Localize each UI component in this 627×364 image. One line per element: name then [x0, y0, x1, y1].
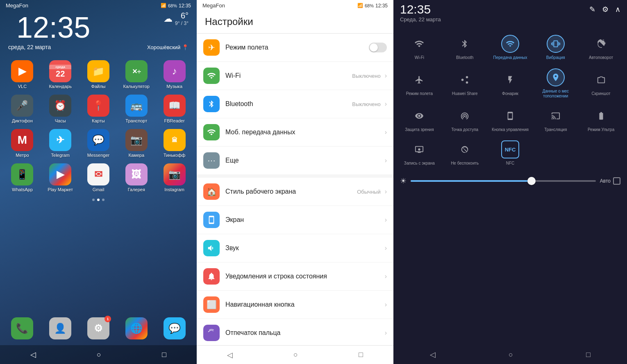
- home-nav-back[interactable]: ◁: [22, 347, 44, 362]
- qs-tile-bluetooth[interactable]: Bluetooth: [442, 30, 488, 63]
- app-calendar[interactable]: среда 22 Календарь: [43, 60, 78, 89]
- app-vlc[interactable]: ▶ VLC: [5, 60, 40, 89]
- app-whatsapp[interactable]: 📱 WhatsApp: [5, 163, 40, 192]
- qs-tile-huawei-share[interactable]: Huawei Share: [442, 63, 488, 102]
- dock-contacts[interactable]: 👤: [43, 317, 78, 339]
- settings-item-airplane[interactable]: ✈ Режим полета: [197, 34, 393, 62]
- app-icon-fbreader: 📖: [164, 95, 186, 117]
- qs-nav-back[interactable]: ◁: [422, 347, 444, 362]
- qs-gear-icon[interactable]: ⚙: [602, 5, 609, 14]
- nav-button-label: Навигационная кнопка: [225, 301, 383, 308]
- sound-chevron: ›: [385, 244, 387, 252]
- app-calculator[interactable]: ✕÷ Калькулятор: [119, 60, 154, 89]
- airplane-right: [369, 43, 387, 52]
- qs-tile-nfc[interactable]: NFC NFC: [488, 136, 533, 169]
- settings-item-more[interactable]: ⋯ Еще ›: [197, 147, 393, 174]
- svg-point-3: [418, 148, 421, 151]
- app-icon-calculator: ✕÷: [125, 60, 148, 82]
- notifications-label: Уведомления и строка состояния: [225, 273, 383, 280]
- qs-tile-screenshot[interactable]: Скриншот: [578, 63, 624, 102]
- airplane-toggle[interactable]: [369, 43, 387, 52]
- settings-item-fingerprint[interactable]: Отпечаток пальца ›: [197, 319, 393, 345]
- page-dot-1: [92, 199, 95, 201]
- app-label-playstore: Play Маркет: [48, 187, 73, 192]
- qs-nav-recents[interactable]: □: [578, 347, 599, 362]
- dock-messages[interactable]: 💬: [157, 317, 192, 339]
- qs-tile-button-ctrl[interactable]: Кнопка управления: [488, 102, 533, 136]
- svg-point-1: [461, 79, 464, 81]
- qs-tiles-grid: Wi-Fi Bluetooth Передача данных: [393, 26, 627, 173]
- settings-item-mobile[interactable]: Моб. передача данных ›: [197, 118, 393, 147]
- settings-nav-home[interactable]: ○: [285, 347, 306, 362]
- brightness-auto-checkbox[interactable]: [613, 177, 620, 185]
- home-app-grid-row4: 📱 WhatsApp ▶ Play Маркет ✉ Gmail 🖼 Галер…: [0, 162, 197, 196]
- settings-item-bluetooth[interactable]: Bluetooth Выключено ›: [197, 90, 393, 118]
- settings-item-wifi[interactable]: Wi-Fi Выключено ›: [197, 62, 393, 90]
- brightness-thumb[interactable]: [527, 177, 536, 185]
- qs-tile-ultra[interactable]: Режим Ультра: [578, 102, 624, 136]
- app-fbreader[interactable]: 📖 FBReader: [157, 95, 192, 123]
- style-right: Обычный ›: [357, 188, 387, 195]
- dock-chrome[interactable]: 🌐: [119, 317, 154, 339]
- settings-nav-recents[interactable]: □: [350, 347, 371, 362]
- screen-content: Экран: [225, 216, 383, 224]
- settings-item-sound[interactable]: Звук ›: [197, 234, 393, 262]
- app-metro[interactable]: М Метро: [5, 129, 40, 158]
- dock-settings[interactable]: ⚙ 1: [81, 317, 116, 339]
- settings-item-nav[interactable]: ⬜ Навигационная кнопка ›: [197, 291, 393, 319]
- app-transport[interactable]: 🚌 Транспорт: [119, 95, 154, 123]
- app-maps[interactable]: 📍 Карты: [81, 95, 116, 123]
- settings-item-screen[interactable]: Экран ›: [197, 206, 393, 234]
- qs-action-icons: ✎ ⚙ ∧: [589, 5, 620, 14]
- app-icon-dictaphone: 🎤: [11, 95, 33, 117]
- qs-tile-location[interactable]: Данные о мес тоположении: [533, 63, 578, 102]
- home-nav-recents[interactable]: □: [154, 347, 175, 362]
- airplane-content: Режим полета: [225, 44, 369, 51]
- app-gallery[interactable]: 🖼 Галерея: [119, 163, 154, 192]
- app-icon-files: 📁: [87, 60, 109, 82]
- app-dictaphone[interactable]: 🎤 Диктофон: [5, 95, 40, 123]
- qs-tile-dnd[interactable]: Не беспокоить: [442, 136, 488, 169]
- qs-tile-autorotate[interactable]: Автоповорот: [578, 30, 624, 63]
- app-tinkoff[interactable]: 🏛 Тинькофф: [157, 129, 192, 158]
- qs-tile-screen-rec[interactable]: Запись с экрана: [397, 136, 442, 169]
- qs-edit-icon[interactable]: ✎: [589, 5, 595, 14]
- qs-tile-hotspot[interactable]: Точка доступа: [442, 102, 488, 136]
- app-files[interactable]: 📁 Файлы: [81, 60, 116, 89]
- dock-phone[interactable]: 📞: [5, 317, 40, 339]
- app-telegram[interactable]: ✈ Telegram: [43, 129, 78, 158]
- home-nav-home[interactable]: ○: [89, 347, 109, 362]
- settings-item-notifications[interactable]: Уведомления и строка состояния ›: [197, 262, 393, 291]
- qs-tile-airplane[interactable]: Режим полета: [397, 63, 442, 102]
- qs-nfc-label: NFC: [506, 161, 515, 166]
- qs-tile-wifi[interactable]: Wi-Fi: [397, 30, 442, 63]
- qs-tile-cast[interactable]: Трансляция: [533, 102, 578, 136]
- app-label-maps: Карты: [92, 118, 104, 123]
- style-content: Стиль рабочего экрана: [225, 188, 357, 195]
- brightness-fill: [411, 180, 531, 182]
- qs-nav-home[interactable]: ○: [500, 347, 521, 362]
- app-instagram[interactable]: 📷 Instagram: [157, 163, 192, 192]
- qs-bluetooth-label: Bluetooth: [456, 55, 473, 60]
- qs-tile-vibration[interactable]: Вибрация: [533, 30, 578, 63]
- qs-collapse-icon[interactable]: ∧: [615, 5, 620, 14]
- app-messenger[interactable]: 💬 Messenger: [81, 129, 116, 158]
- app-music[interactable]: ♪ Музыка: [157, 60, 192, 89]
- qs-tile-data[interactable]: Передача данных: [488, 30, 533, 63]
- settings-nav-back[interactable]: ◁: [219, 347, 241, 363]
- home-app-grid-row3: М Метро ✈ Telegram 💬 Messenger 📷 Камера …: [0, 127, 197, 162]
- app-playstore[interactable]: ▶ Play Маркет: [43, 163, 78, 192]
- app-camera[interactable]: 📷 Камера: [119, 129, 154, 158]
- page-dot-2: [97, 199, 100, 201]
- qs-bluetooth-icon: [456, 35, 474, 53]
- app-label-gallery: Галерея: [128, 187, 145, 192]
- qs-tile-flashlight[interactable]: Фонарик: [488, 63, 533, 102]
- app-clock[interactable]: ⏰ Часы: [43, 95, 78, 123]
- settings-item-style[interactable]: 🏠 Стиль рабочего экрана Обычный ›: [197, 178, 393, 206]
- fingerprint-chevron: ›: [385, 329, 387, 337]
- qs-tile-eye-care[interactable]: Защита зрения: [397, 102, 442, 136]
- screen-chevron: ›: [385, 216, 387, 224]
- brightness-track[interactable]: [411, 180, 596, 182]
- app-gmail[interactable]: ✉ Gmail: [81, 163, 116, 192]
- qs-dnd-label: Не беспокоить: [451, 161, 479, 166]
